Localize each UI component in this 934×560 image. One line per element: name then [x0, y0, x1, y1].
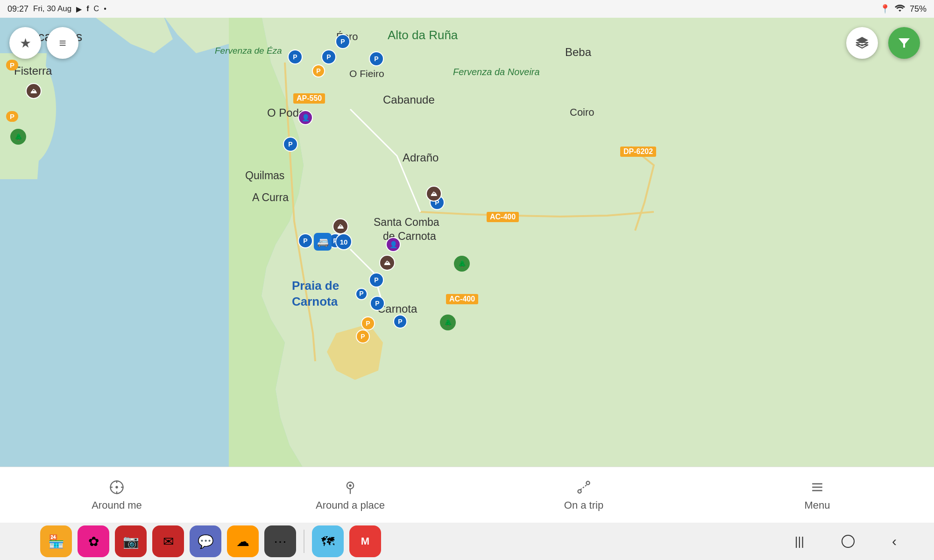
road-ac400-2: AC-400: [446, 294, 478, 304]
poi-p-badge-2[interactable]: P: [6, 111, 18, 122]
map-layers-button[interactable]: [846, 27, 878, 59]
around-place-label: Around a place: [316, 499, 385, 511]
nav-menu[interactable]: Menu: [700, 479, 934, 511]
app-bixby[interactable]: ✿: [78, 525, 109, 557]
app-camera[interactable]: 📷: [115, 525, 147, 557]
poi-person-2[interactable]: 👤: [386, 237, 401, 252]
app-mapy[interactable]: M: [349, 525, 381, 557]
svg-point-17: [115, 486, 118, 488]
poi-parking-5[interactable]: P: [283, 137, 298, 152]
poi-nature-3[interactable]: 🌲: [440, 315, 456, 330]
status-left: 09:27 Fri, 30 Aug ▶ f C •: [7, 4, 106, 14]
poi-person-1[interactable]: 👤: [298, 110, 313, 125]
around-me-label: Around me: [92, 499, 142, 511]
c-icon: C: [94, 5, 99, 13]
road-dp6202: DP-6202: [620, 147, 656, 157]
app-galaxy-store[interactable]: 🏪: [40, 525, 72, 557]
poi-parking-10[interactable]: P: [370, 296, 385, 311]
layers-icon: [855, 35, 870, 50]
poi-parking-7[interactable]: P: [298, 233, 313, 248]
poi-parking-2[interactable]: P: [288, 49, 303, 64]
app-gmail[interactable]: ✉: [152, 525, 184, 557]
facebook-icon: f: [86, 5, 89, 13]
poi-historic-4[interactable]: ⛰: [379, 255, 395, 271]
status-right: 📍 75%: [880, 4, 927, 14]
svg-point-25: [578, 490, 581, 493]
poi-count-badge[interactable]: 10: [335, 233, 352, 250]
poi-parking-11[interactable]: P: [393, 315, 407, 329]
map-container[interactable]: s escaselas Fisterra Éoro Alto da Ruña B…: [0, 18, 934, 485]
on-a-trip-label: On a trip: [564, 499, 603, 511]
recents-button[interactable]: |||: [795, 534, 804, 549]
status-bar: 09:27 Fri, 30 Aug ▶ f C • 📍 75%: [0, 0, 934, 18]
svg-text:P: P: [359, 290, 363, 297]
back-button[interactable]: ‹: [892, 533, 897, 549]
bottom-navigation: Around me Around a place On a trip Menu: [0, 467, 934, 523]
svg-marker-15: [899, 38, 910, 48]
youtube-icon: ▶: [76, 5, 82, 14]
location-icon: 📍: [880, 4, 890, 14]
app-drawer[interactable]: ⋯: [264, 525, 296, 557]
date: Fri, 30 Aug: [33, 4, 71, 14]
menu-label: Menu: [804, 499, 830, 511]
poi-parking-1[interactable]: P: [335, 34, 350, 49]
filter-icon: [897, 35, 912, 50]
home-button[interactable]: [842, 535, 855, 548]
system-navigation: 🏪 ✿ 📷 ✉ 💬 ☁ ⋯ 🗺 M ||| ‹: [0, 523, 934, 560]
poi-campervan[interactable]: 🚐: [314, 233, 332, 251]
poi-parking-orange-1[interactable]: P: [312, 64, 325, 77]
around-me-icon: [108, 479, 125, 496]
poi-historic-2[interactable]: ⛰: [426, 186, 442, 202]
battery: 75%: [910, 4, 927, 14]
menu-icon: [809, 479, 826, 496]
poi-parking-orange-2[interactable]: P: [361, 316, 375, 330]
poi-historic-3[interactable]: ⛰: [333, 218, 348, 234]
app-icons-bar: 🏪 ✿ 📷 ✉ 💬 ☁ ⋯ 🗺 M: [37, 525, 795, 557]
dot-icon: •: [104, 5, 106, 13]
on-a-trip-icon: [575, 479, 592, 496]
app-waze[interactable]: 🗺: [312, 525, 344, 557]
list-button[interactable]: ≡: [47, 27, 78, 59]
around-place-icon: [342, 479, 359, 496]
divider: [304, 530, 304, 553]
poi-waypoint[interactable]: P: [355, 287, 368, 301]
svg-point-26: [586, 481, 589, 484]
svg-point-23: [349, 484, 351, 486]
app-messages[interactable]: 💬: [190, 525, 221, 557]
poi-p-badge-1[interactable]: P: [6, 60, 18, 70]
svg-marker-1: [262, 18, 934, 485]
nav-on-a-trip[interactable]: On a trip: [467, 479, 700, 511]
road-ap550: AP-550: [293, 93, 325, 104]
filter-button[interactable]: [888, 27, 920, 59]
poi-historic-1[interactable]: ⛰: [26, 83, 42, 99]
nav-around-place[interactable]: Around a place: [234, 479, 467, 511]
time: 09:27: [7, 4, 28, 14]
wifi-icon: [895, 4, 905, 14]
system-nav-buttons: ||| ‹: [795, 533, 897, 549]
poi-nature-2[interactable]: 🌲: [454, 256, 470, 272]
poi-parking-9[interactable]: P: [369, 273, 384, 287]
favorites-button[interactable]: ★: [9, 27, 41, 59]
poi-parking-orange-3[interactable]: P: [356, 329, 370, 343]
road-ac400-1: AC-400: [487, 212, 519, 222]
app-weather[interactable]: ☁: [227, 525, 259, 557]
poi-parking-4[interactable]: P: [369, 51, 384, 66]
poi-parking-3[interactable]: P: [321, 49, 336, 64]
poi-nature-1[interactable]: 🌲: [10, 129, 26, 145]
nav-around-me[interactable]: Around me: [0, 479, 234, 511]
